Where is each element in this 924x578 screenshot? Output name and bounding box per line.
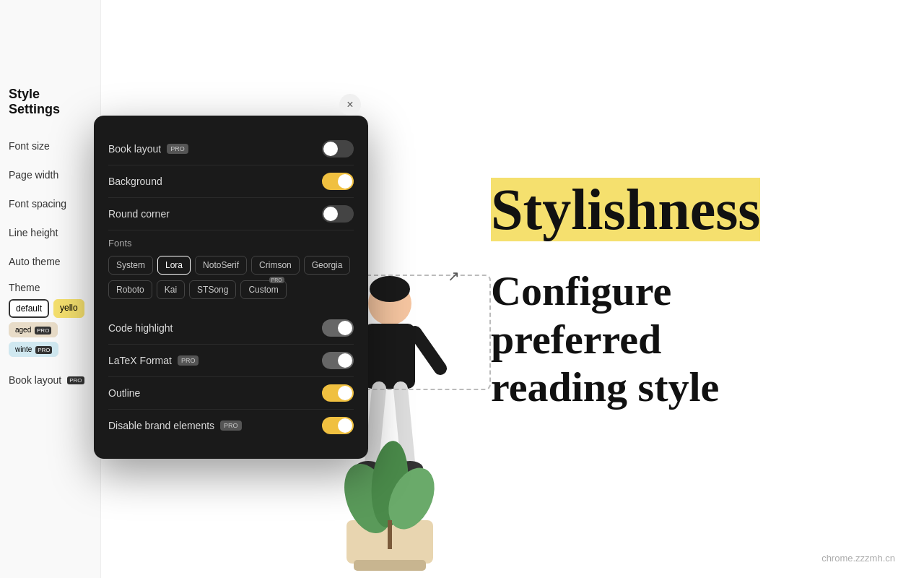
latex-pro-badge: PRO bbox=[178, 355, 199, 366]
pro-badge-winter: PRO bbox=[35, 346, 52, 354]
modal-row-background: Background bbox=[108, 165, 354, 198]
headline-container: Stylishness bbox=[491, 181, 881, 267]
theme-btn-aged-label: aged bbox=[15, 326, 31, 334]
subheadline-line2: preferred bbox=[491, 316, 881, 364]
book-layout-pro-badge: PRO bbox=[167, 144, 188, 154]
round-corner-toggle[interactable] bbox=[322, 205, 354, 223]
disable-brand-pro-badge: PRO bbox=[220, 420, 242, 431]
font-btn-crimson[interactable]: Crimson bbox=[251, 256, 300, 275]
sidebar-theme-section: Theme default yello aged PRO winte PRO bbox=[0, 276, 100, 363]
outline-label: Outline bbox=[108, 387, 140, 399]
dashed-expand-border bbox=[361, 275, 491, 390]
code-highlight-label: Code highlight bbox=[108, 322, 173, 334]
book-layout-toggle[interactable] bbox=[322, 140, 354, 158]
disable-brand-label: Disable brand elements PRO bbox=[108, 420, 242, 431]
code-highlight-toggle[interactable] bbox=[322, 319, 354, 337]
modal-row-book-layout: Book layout PRO bbox=[108, 133, 354, 165]
theme-options: default yello aged PRO winte PRO bbox=[9, 299, 92, 357]
sidebar-book-layout-label: Book layout bbox=[9, 374, 61, 386]
sidebar-title: Style Settings bbox=[0, 87, 100, 131]
font-btn-stsong[interactable]: STSong bbox=[189, 280, 236, 299]
sidebar-item-line-height[interactable]: Line height bbox=[0, 218, 100, 247]
svg-line-6 bbox=[372, 389, 379, 462]
font-buttons-row-1: System Lora NotoSerif Crimson Georgia bbox=[108, 256, 354, 275]
theme-btn-winter-label: winte bbox=[15, 345, 32, 353]
modal-row-disable-brand: Disable brand elements PRO bbox=[108, 410, 354, 441]
modal-panel: × Book layout PRO Background Round corne… bbox=[94, 116, 368, 459]
svg-rect-15 bbox=[354, 560, 426, 571]
right-content: Stylishness Configure preferred reading … bbox=[462, 0, 924, 578]
font-btn-custom[interactable]: Custom PRO bbox=[240, 280, 286, 299]
book-layout-label: Book layout PRO bbox=[108, 143, 188, 155]
modal-row-code-highlight: Code highlight bbox=[108, 312, 354, 345]
fonts-section: Fonts System Lora NotoSerif Crimson Geor… bbox=[108, 230, 354, 312]
outline-toggle[interactable] bbox=[322, 384, 354, 402]
sidebar-item-font-size[interactable]: Font size bbox=[0, 131, 100, 160]
font-buttons-row-2: Roboto Kai STSong Custom PRO bbox=[108, 280, 354, 299]
theme-btn-default[interactable]: default bbox=[9, 299, 49, 318]
background-label: Background bbox=[108, 176, 162, 187]
font-btn-notoserif[interactable]: NotoSerif bbox=[195, 256, 247, 275]
theme-btn-aged[interactable]: aged PRO bbox=[9, 322, 58, 337]
pro-badge-aged: PRO bbox=[35, 327, 51, 335]
font-btn-georgia[interactable]: Georgia bbox=[304, 256, 351, 275]
disable-brand-toggle[interactable] bbox=[322, 417, 354, 434]
close-button[interactable]: × bbox=[339, 94, 361, 116]
sidebar: Style Settings Font size Page width Font… bbox=[0, 0, 101, 578]
round-corner-label: Round corner bbox=[108, 208, 170, 220]
modal-row-outline: Outline bbox=[108, 377, 354, 410]
sidebar-item-auto-theme[interactable]: Auto theme bbox=[0, 247, 100, 276]
headline-main: Stylishness bbox=[491, 181, 760, 238]
headline-highlight: Stylishness bbox=[491, 178, 760, 241]
font-btn-system[interactable]: System bbox=[108, 256, 153, 275]
subheadline-line1: Configure bbox=[491, 267, 881, 316]
modal-row-latex: LaTeX Format PRO bbox=[108, 345, 354, 377]
theme-btn-winter[interactable]: winte PRO bbox=[9, 342, 58, 357]
footer-url: chrome.zzzmh.cn bbox=[821, 553, 895, 564]
font-btn-kai[interactable]: Kai bbox=[157, 280, 185, 299]
fonts-label: Fonts bbox=[108, 238, 354, 249]
sidebar-pro-badge: PRO bbox=[67, 376, 84, 384]
font-btn-roboto[interactable]: Roboto bbox=[108, 280, 152, 299]
sidebar-item-font-spacing[interactable]: Font spacing bbox=[0, 189, 100, 218]
sidebar-theme-label: Theme bbox=[9, 282, 92, 293]
sidebar-item-page-width[interactable]: Page width bbox=[0, 160, 100, 189]
subheadline: Configure preferred reading style bbox=[491, 267, 881, 412]
latex-label: LaTeX Format PRO bbox=[108, 355, 199, 366]
sidebar-book-layout[interactable]: Book layout PRO bbox=[0, 363, 100, 386]
theme-btn-yellow[interactable]: yello bbox=[53, 299, 84, 318]
modal-row-round-corner: Round corner bbox=[108, 198, 354, 230]
font-btn-lora[interactable]: Lora bbox=[157, 256, 191, 275]
latex-toggle[interactable] bbox=[322, 352, 354, 369]
subheadline-line3: reading style bbox=[491, 363, 881, 412]
background-toggle[interactable] bbox=[322, 173, 354, 190]
expand-icon: ↗ bbox=[448, 267, 460, 285]
custom-pro-badge: PRO bbox=[269, 277, 284, 283]
